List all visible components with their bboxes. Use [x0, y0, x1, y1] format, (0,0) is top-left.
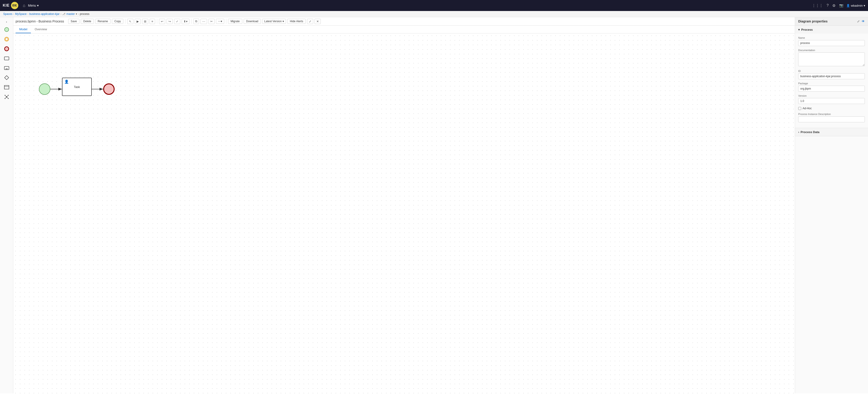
kie-logo: KIE IDE [3, 2, 18, 9]
play-button[interactable]: ▶ [135, 19, 141, 24]
check-button[interactable]: ✓ [174, 19, 180, 24]
svg-line-18 [7, 97, 8, 98]
custom-tool[interactable] [2, 92, 11, 102]
process-data-section-header[interactable]: › Process Data [795, 128, 868, 136]
ide-badge: IDE [11, 2, 18, 9]
user-chevron-icon: ▾ [864, 4, 865, 7]
editor-container: ‹ [0, 17, 868, 393]
start-event[interactable] [39, 83, 50, 95]
intermediate-event-tool[interactable] [2, 35, 11, 44]
properties-panel: › Diagram properties ⤢ 👁 ▾ Process Name … [795, 17, 868, 393]
top-navigation: KIE IDE ⌂ Menu ▾ ⋮⋮⋮ ? ⚙ 📷 👤 wbadmin ▾ [0, 0, 868, 11]
task-element[interactable]: 👤 Task [62, 78, 92, 96]
branch-icon: ⎇ [62, 12, 65, 16]
panel-eye-icon[interactable]: 👁 [862, 20, 865, 23]
breadcrumb: Spaces › MySpace › business-application-… [0, 11, 868, 17]
left-panel-toggle[interactable]: ‹ [0, 19, 13, 25]
breadcrumb-current: process [80, 12, 89, 16]
version-field-label: Version [798, 94, 865, 97]
rename-button[interactable]: Rename [95, 19, 111, 24]
arrows-svg [13, 33, 795, 393]
copy2-button[interactable]: ⧉ [193, 19, 199, 24]
cut-button[interactable]: ✂ [209, 19, 215, 24]
copy-button[interactable]: Copy [112, 19, 123, 24]
container-tool[interactable] [2, 83, 11, 92]
properties-panel-header: Diagram properties ⤢ 👁 [795, 17, 868, 26]
end-event[interactable] [103, 83, 115, 95]
tab-model[interactable]: Model [16, 26, 31, 33]
home-icon[interactable]: ⌂ [23, 3, 25, 8]
select-tool-button[interactable]: ↖ [127, 19, 133, 24]
process-section-header[interactable]: ▾ Process [795, 26, 868, 34]
name-field-label: Name [798, 36, 865, 39]
latest-version-chevron-icon: ▾ [283, 20, 284, 23]
list-view-button[interactable]: ≡ [150, 19, 155, 24]
save-button[interactable]: Save [68, 19, 80, 24]
svg-point-0 [5, 27, 9, 32]
subprocess-tool[interactable] [2, 63, 11, 73]
left-tools-panel: ‹ [0, 17, 13, 393]
branch-chevron-icon: ▾ [76, 12, 77, 16]
process-data-chevron-icon: › [798, 130, 799, 134]
redo-button[interactable]: ↪ [166, 19, 173, 24]
menu-label: Menu [28, 4, 36, 7]
help-icon[interactable]: ? [827, 3, 829, 7]
task-person-icon: 👤 [64, 80, 69, 84]
process-data-section: › Process Data [795, 128, 868, 136]
breadcrumb-spaces[interactable]: Spaces [3, 12, 12, 16]
documentation-field-label: Documentation [798, 49, 865, 52]
breadcrumb-branch[interactable]: master [66, 12, 75, 16]
gateway-tool[interactable] [2, 73, 11, 82]
bpmn-canvas[interactable]: 👤 Task [13, 33, 795, 393]
kie-text: KIE [3, 3, 10, 7]
process-section-content: Name Documentation ID Package Version Ad… [795, 34, 868, 128]
undo-button[interactable]: ↩ [159, 19, 165, 24]
svg-line-17 [5, 97, 7, 98]
more-button[interactable]: ⋯ [200, 19, 207, 24]
end-event-tool[interactable] [2, 44, 11, 53]
process-instance-desc-field[interactable] [798, 116, 865, 122]
svg-marker-7 [5, 76, 9, 80]
align-button[interactable]: ⬇▾ [182, 19, 189, 24]
documentation-field[interactable] [798, 53, 865, 66]
delete-button[interactable]: Delete [81, 19, 94, 24]
grid-icon[interactable]: ⋮⋮⋮ [812, 3, 823, 8]
task-tool[interactable] [2, 54, 11, 63]
menu-chevron-icon: ▾ [37, 4, 39, 7]
tab-overview[interactable]: Overview [31, 26, 51, 33]
adhoc-checkbox[interactable] [798, 107, 801, 110]
close-button[interactable]: ✕ [315, 19, 321, 24]
breadcrumb-project[interactable]: business-application-kjar [29, 12, 60, 16]
more-options-label: ⋯▾ [218, 20, 222, 23]
process-section-chevron-icon: ▾ [798, 28, 800, 31]
svg-rect-8 [4, 85, 9, 89]
camera-icon[interactable]: 📷 [839, 3, 843, 7]
download-button[interactable]: Download [244, 19, 261, 24]
start-event-tool[interactable] [2, 25, 11, 34]
nav-right-icons: ⋮⋮⋮ ? ⚙ 📷 [812, 3, 843, 8]
properties-panel-title: Diagram properties [798, 20, 828, 23]
svg-rect-4 [4, 57, 9, 60]
hide-alerts-button[interactable]: Hide Alerts [287, 19, 306, 24]
adhoc-checkbox-row: Ad-Hoc [798, 107, 865, 110]
id-field[interactable] [798, 73, 865, 79]
settings-icon[interactable]: ⚙ [832, 3, 836, 8]
version-field[interactable] [798, 98, 865, 104]
migrate-button[interactable]: Migrate [228, 19, 242, 24]
svg-rect-5 [4, 66, 9, 69]
name-field[interactable] [798, 40, 865, 46]
package-field[interactable] [798, 86, 865, 92]
latest-version-dropdown[interactable]: Latest Version ▾ [262, 19, 286, 24]
breadcrumb-myspace[interactable]: MySpace [15, 12, 27, 16]
panel-expand-icon[interactable]: ⤢ [857, 20, 860, 23]
right-panel-icon-group: ⤢ 👁 [857, 20, 865, 23]
grid-view-button[interactable]: ⊞ [142, 19, 148, 24]
id-field-label: ID [798, 69, 865, 73]
editor-toolbar: process.bpmn - Business Process Save Del… [13, 17, 795, 26]
toolbar-separator-1 [125, 19, 125, 24]
more-options-dropdown[interactable]: ⋯▾ [216, 19, 224, 24]
user-menu[interactable]: 👤 wbadmin ▾ [846, 4, 865, 7]
menu-dropdown[interactable]: Menu ▾ [28, 4, 39, 7]
tabs-bar: Model Overview [13, 26, 795, 33]
expand-button[interactable]: ⤢ [307, 19, 313, 24]
